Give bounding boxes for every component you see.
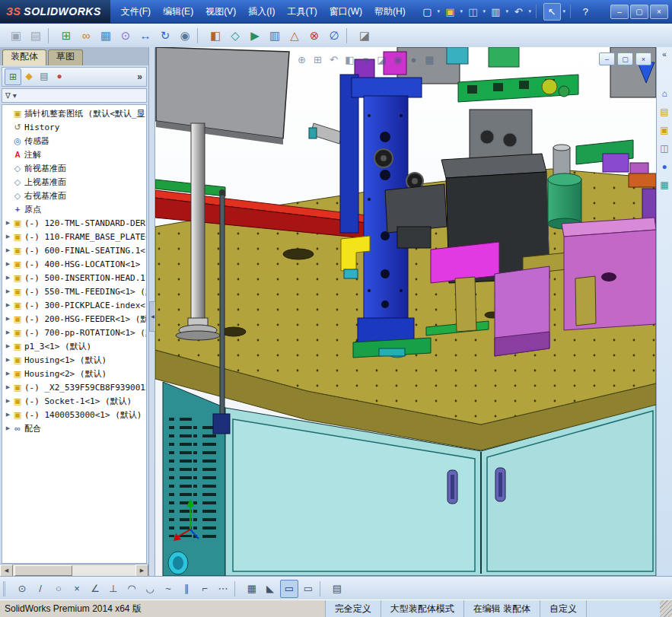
file-explorer-icon[interactable]: ▣ (658, 124, 670, 136)
tree-item[interactable]: ▶ 原点 (2, 202, 146, 216)
snap-slope-icon[interactable]: ◣ (262, 580, 279, 597)
separator[interactable] (48, 28, 54, 43)
bom-icon[interactable]: ▥ (266, 27, 284, 45)
expand-toggle-icon[interactable]: ▶ (4, 275, 12, 281)
appearances-icon[interactable]: ● (658, 161, 670, 173)
tree-filter-bar[interactable]: ∇ ▾ (2, 88, 147, 103)
doc-minimize-button[interactable]: – (599, 52, 615, 65)
snap-angle-icon[interactable]: ∠ (87, 580, 104, 597)
tree-item[interactable]: ▶ (-) 600-FINAL-SEATING.1<1> (2, 243, 146, 257)
doc-close-button[interactable]: × (635, 52, 651, 65)
tree-item[interactable]: ▶ (-) 300-PICKPLACE-index<1 (2, 298, 146, 312)
snap-grid-icon[interactable]: ▦ (244, 580, 260, 597)
expand-toggle-icon[interactable]: ▶ (4, 384, 12, 390)
tree-item[interactable]: ▶ 前视基准面 (2, 161, 146, 175)
snap-arc-icon[interactable]: ◠ (123, 580, 140, 597)
taskpane-collapse-icon[interactable]: « (662, 50, 667, 59)
expand-toggle-icon[interactable]: ▶ (4, 288, 12, 294)
snap-spline-icon[interactable]: ~ (160, 580, 177, 597)
tree-item[interactable]: ▶ (-) 1400053000<1> (默认) (2, 408, 146, 421)
view-palette-icon[interactable]: ◫ (658, 142, 670, 154)
snap-tangent-icon[interactable]: ◡ (142, 580, 158, 597)
dropdown-caret-icon[interactable]: ▾ (458, 4, 465, 20)
dropdown-caret-icon[interactable]: ▾ (527, 4, 533, 20)
expand-toggle-icon[interactable]: ▶ (4, 220, 12, 226)
snap-corner-icon[interactable]: ⌐ (196, 580, 213, 597)
menubar-item[interactable]: 文件(F) (115, 3, 157, 20)
tree-item[interactable]: ▶ 插针机整套图纸 (默认<默认_显 (2, 107, 146, 120)
custom-properties-icon[interactable]: ▦ (658, 179, 670, 191)
tree-item[interactable]: ▶ 注解 (2, 148, 146, 161)
zoom-area-icon[interactable]: ⊞ (310, 52, 326, 68)
grid-settings-icon[interactable]: ▭ (280, 580, 298, 598)
menubar-item[interactable]: 窗口(W) (323, 3, 368, 20)
menubar-item[interactable]: 插入(I) (242, 3, 281, 20)
separator[interactable] (536, 5, 541, 18)
rotate-component-icon[interactable]: ↻ (156, 27, 174, 45)
hide-show-icon[interactable]: ◉ (390, 52, 406, 68)
expand-toggle-icon[interactable]: ▶ (4, 329, 12, 336)
expand-toggle-icon[interactable]: ▶ (4, 371, 12, 377)
table-icon[interactable]: ▤ (329, 580, 346, 597)
scroll-left-icon[interactable]: ◀ (0, 565, 13, 577)
exploded-view-icon[interactable]: △ (285, 27, 304, 45)
propertymanager-tab-icon[interactable]: ◆ (21, 68, 37, 84)
expand-toggle-icon[interactable]: ▶ (4, 357, 12, 363)
tree-item[interactable]: ▶ (-) 200-HSG-FEEDER<1> (默认 (2, 312, 146, 326)
separator[interactable] (234, 581, 240, 596)
snap-point-icon[interactable]: ⊙ (14, 580, 30, 597)
undo-icon[interactable]: ↶ (511, 4, 527, 20)
assembly-features-icon[interactable]: ◧ (206, 27, 225, 45)
help-icon[interactable]: ? (578, 4, 594, 20)
tree-item[interactable]: ▶ (-) 500-INSERTION-HEAD.1. (2, 271, 146, 285)
zoom-fit-icon[interactable]: ⊕ (294, 52, 310, 68)
move-component-icon[interactable]: ↔ (136, 27, 154, 45)
new-document-icon[interactable]: ▢ (419, 4, 435, 20)
configurationmanager-tab-icon[interactable]: ▤ (37, 68, 52, 84)
restore-button[interactable]: ▢ (630, 5, 648, 19)
close-button[interactable]: × (650, 5, 668, 19)
reference-geometry-icon[interactable]: ◇ (226, 27, 244, 45)
tree-item[interactable]: ▶ 配合 (2, 421, 146, 435)
component-pattern-icon[interactable]: ▦ (97, 27, 115, 45)
previous-view-icon[interactable]: ↶ (326, 52, 342, 68)
section-icon[interactable]: ◪ (355, 27, 374, 45)
snap-midpoint-icon[interactable]: ⋯ (215, 580, 231, 597)
dropdown-caret-icon[interactable]: ▾ (435, 4, 442, 20)
section-view-icon[interactable]: ◧ (342, 52, 358, 68)
panel-horizontal-scrollbar[interactable]: ◀ ▶ (0, 564, 148, 576)
view-orientation-icon[interactable]: ▾ (358, 52, 374, 68)
save-icon[interactable]: ◫ (465, 4, 481, 20)
menubar-item[interactable]: 工具(T) (281, 3, 323, 20)
tree-item[interactable]: ▶ (-) 700-pp-ROTATION<1> (默 (2, 326, 146, 339)
mate-icon[interactable]: ∞ (77, 27, 95, 45)
tree-item[interactable]: ▶ (-) 550-TML-FEEDING<1> (默 (2, 285, 146, 298)
snap-intersection-icon[interactable]: × (68, 580, 85, 597)
menubar-item[interactable]: 帮助(H) (368, 3, 412, 20)
panel-tab[interactable]: 装配体 (2, 49, 46, 65)
dimension-standard-icon[interactable]: ▭ (300, 580, 317, 597)
menubar-item[interactable]: 编辑(E) (157, 3, 199, 20)
tree-item[interactable]: ▶ (-) 120-TML-STANDARD-DEREK (2, 216, 146, 230)
expand-toggle-icon[interactable]: ▶ (4, 234, 12, 240)
scene-icon[interactable]: ▦ (422, 52, 438, 68)
separator[interactable] (320, 581, 326, 596)
tree-item[interactable]: ▶ 右视基准面 (2, 189, 146, 202)
tree-item[interactable]: ▶ Housing<1> (默认) (2, 353, 146, 367)
tree-item[interactable]: ▶ (-) Socket-1<1> (默认) (2, 394, 146, 408)
tree-item[interactable]: ▶ p1_3<1> (默认) (2, 339, 146, 353)
tree-item[interactable]: ▶ (-) _X2_539F59CB8F9390015E (2, 380, 146, 394)
resources-home-icon[interactable]: ⌂ (658, 87, 670, 100)
expand-toggle-icon[interactable]: ▶ (4, 316, 12, 322)
panel-expand-chevron[interactable]: » (137, 72, 144, 82)
minimize-button[interactable]: – (610, 5, 629, 19)
expand-toggle-icon[interactable]: ▶ (4, 412, 12, 418)
dropdown-caret-icon[interactable]: ▾ (481, 4, 488, 20)
insert-component-icon[interactable]: ⊞ (57, 27, 75, 45)
displaymanager-tab-icon[interactable]: ● (52, 68, 67, 84)
graphics-area[interactable]: ⊕⊞↶◧▾◪◉●▦ –▢× (155, 47, 656, 576)
tree-item[interactable]: ▶ 上视基准面 (2, 175, 146, 189)
new-motion-study-icon[interactable]: ▶ (246, 27, 264, 45)
snap-parallel-icon[interactable]: ∥ (178, 580, 195, 597)
dropdown-caret-icon[interactable]: ▾ (504, 4, 511, 20)
